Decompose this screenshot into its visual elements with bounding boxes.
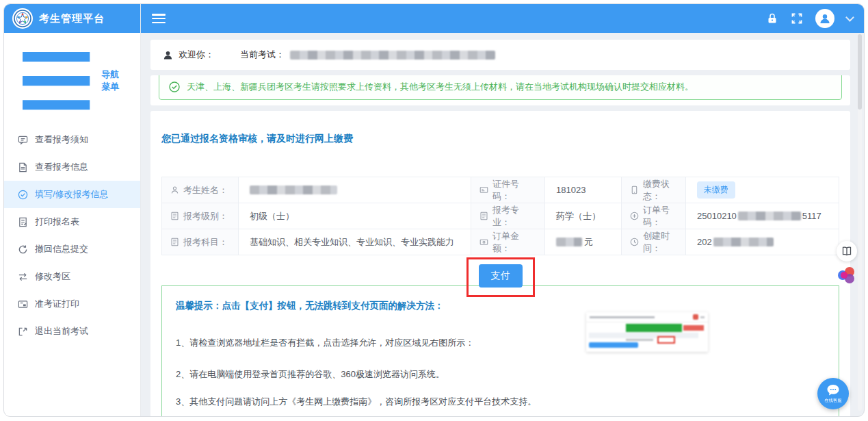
- field-value-pay-status: 未缴费: [686, 177, 839, 203]
- sidebar-item-label: 退出当前考试: [35, 325, 88, 337]
- sidebar-item-print-application-form[interactable]: 打印报名表: [4, 208, 140, 235]
- scrollbar-track[interactable]: [858, 34, 862, 411]
- app-title: 考生管理平台: [39, 12, 105, 25]
- customer-service-label: 在线客服: [824, 397, 841, 403]
- notice-text: 天津、上海、新疆兵团考区考生请按照要求上传资料，其他考区考生无须上传材料，请在当…: [187, 81, 694, 93]
- avatar[interactable]: [815, 9, 834, 28]
- id-card-icon: [479, 186, 488, 194]
- sidebar-item-change-exam-area[interactable]: 修改考区: [4, 263, 140, 290]
- annotation-red-text: [683, 325, 704, 331]
- menu-icon: [18, 42, 94, 119]
- main-content: 欢迎你： 当前考试： 天津、上海、新疆兵团考区考生请按照要求上传资料，其他考区考…: [141, 33, 864, 416]
- scrollbar-thumb[interactable]: [858, 34, 862, 110]
- field-label-candidate-name: 考生姓名：: [162, 177, 239, 203]
- money-icon: [479, 238, 488, 246]
- sidebar-item-view-application-info[interactable]: 查看报考信息: [4, 153, 140, 181]
- redacted-current-exam-name: [290, 51, 495, 60]
- sidebar-item-fill-modify-application[interactable]: 填写/修改报考信息: [4, 181, 140, 208]
- platform-logo: [12, 8, 33, 29]
- undo-icon: [18, 244, 28, 255]
- document-icon: [170, 238, 179, 246]
- browser-permission-illustration: [586, 312, 708, 352]
- mobile-icon: [630, 186, 639, 194]
- unpaid-status-badge: 未缴费: [697, 181, 735, 199]
- exit-icon: [18, 327, 28, 337]
- tip-item-1: 1、请检查浏览器地址栏是否有拦截，点击选择允许，对应区域见右图所示：: [176, 337, 825, 349]
- document-icon: [479, 212, 488, 220]
- sidebar-nav-header-label: 导航菜单: [101, 68, 127, 93]
- check-circle-icon: [18, 190, 28, 200]
- field-label-order-number: 订单号码：: [622, 203, 686, 229]
- field-label-pay-status: 缴费状态：: [622, 177, 686, 203]
- redacted-order-amount: [556, 238, 582, 246]
- pay-button-row: 支付: [161, 264, 839, 289]
- chat-bubble-icon: [826, 384, 840, 396]
- field-label-exam-subjects: 报考科目：: [162, 229, 239, 255]
- top-header-bar: [141, 4, 864, 33]
- redacted-order-number-middle: [738, 212, 801, 220]
- sidebar-item-label: 修改考区: [35, 270, 70, 283]
- pay-button[interactable]: 支付: [479, 264, 523, 288]
- swap-icon: [18, 272, 28, 282]
- field-label-created-time: 创建时间：: [622, 229, 686, 255]
- allow-popup-banner: [626, 324, 682, 332]
- field-label-exam-level: 报考级别：: [162, 203, 239, 229]
- lock-icon[interactable]: [766, 12, 778, 25]
- tip-item-3: 3、其他支付问题请访问上方《考生网上缴费指南》，咨询所报考区对应支付平台技术支持…: [176, 396, 825, 408]
- greeting-label: 欢迎你：: [179, 49, 214, 61]
- tip-item-2: 2、请在电脑端使用登录首页推荐的谷歌、360极速浏览器访问系统。: [176, 368, 825, 381]
- accessibility-widget-button[interactable]: [838, 267, 856, 285]
- tips-box: 温馨提示：点击【支付】按钮，无法跳转到支付页面的解决方法： 1、请检查浏览器地址…: [161, 285, 839, 416]
- audit-passed-heading: 您已通过报名资格审核，请及时进行网上缴费: [161, 111, 839, 145]
- user-icon: [163, 50, 173, 60]
- sidebar-item-label: 打印报名表: [35, 216, 79, 228]
- fullscreen-icon[interactable]: [791, 12, 803, 25]
- field-value-order-amount: 元: [545, 229, 622, 255]
- customer-service-button[interactable]: 在线客服: [817, 378, 849, 409]
- field-label-order-amount: 订单金额：: [471, 229, 545, 255]
- sidebar-nav-header: 导航菜单: [4, 33, 140, 126]
- book-icon: [841, 246, 852, 257]
- guide-book-button[interactable]: [837, 241, 857, 261]
- tips-title: 温馨提示：点击【支付】按钮，无法跳转到支付页面的解决方法：: [176, 300, 825, 312]
- allow-button-highlight: [657, 336, 675, 344]
- redacted-candidate-name: [250, 186, 337, 194]
- sidebar: 考生管理平台 导航菜单 查看报考须知 查看报考信息 填写/修改报考信息 打印报名…: [4, 4, 141, 416]
- document-icon: [18, 162, 28, 173]
- sidebar-item-label: 准考证打印: [35, 298, 79, 310]
- sidebar-item-exit-current-exam[interactable]: 退出当前考试: [4, 318, 140, 345]
- field-value-exam-subjects: 基础知识、相关专业知识、专业知识、专业实践能力: [239, 229, 471, 255]
- sidebar-item-label: 撤回信息提交: [35, 243, 88, 255]
- comment-icon: [18, 135, 28, 145]
- current-exam-label: 当前考试：: [240, 49, 285, 61]
- notice-card: 天津、上海、新疆兵团考区考生请按照要求上传资料，其他考区考生无须上传材料，请在当…: [150, 75, 850, 105]
- user-icon: [170, 186, 179, 194]
- sidebar-item-view-exam-notice[interactable]: 查看报考须知: [4, 126, 140, 153]
- field-value-exam-level: 初级（士）: [239, 203, 471, 229]
- payment-card: 您已通过报名资格审核，请及时进行网上缴费 考生姓名： 证件号码： 181023: [150, 111, 850, 416]
- field-label-id-number: 证件号码：: [471, 177, 545, 203]
- candidate-info-table: 考生姓名： 证件号码： 181023 缴费状态： 未缴费: [161, 177, 839, 255]
- app-window: 考生管理平台 导航菜单 查看报考须知 查看报考信息 填写/修改报考信息 打印报名…: [3, 3, 865, 417]
- redacted-created-time: [713, 238, 774, 246]
- sidebar-item-label: 查看报考须知: [35, 133, 88, 146]
- sidebar-item-label: 查看报考信息: [35, 161, 88, 173]
- field-value-candidate-name: [239, 177, 471, 203]
- print-form-icon: [18, 217, 28, 227]
- field-label-exam-major: 报考专业：: [471, 203, 545, 229]
- success-check-icon: [169, 81, 180, 92]
- field-value-id-number: 181023: [545, 177, 622, 203]
- sidebar-item-withdraw-submission[interactable]: 撤回信息提交: [4, 235, 140, 263]
- chevron-down-icon[interactable]: [845, 13, 854, 22]
- sidebar-item-label: 填写/修改报考信息: [35, 188, 109, 201]
- blocked-popup-icon: [693, 314, 698, 320]
- clock-icon: [630, 238, 639, 246]
- upload-material-alert: 天津、上海、新疆兵团考区考生请按照要求上传资料，其他考区考生无须上传材料，请在当…: [159, 75, 842, 100]
- sidebar-item-print-admission-ticket[interactable]: 准考证打印: [4, 290, 140, 318]
- plus-circle-icon: [630, 212, 639, 220]
- document-icon: [170, 212, 179, 220]
- field-value-order-number: 250102105117: [686, 203, 839, 229]
- logo-bar: 考生管理平台: [4, 4, 140, 33]
- collapse-sidebar-button[interactable]: [152, 14, 166, 23]
- card-print-icon: [18, 299, 28, 309]
